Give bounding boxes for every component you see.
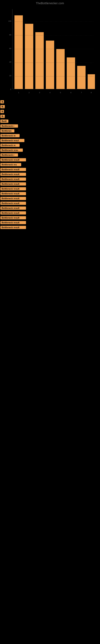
result-row: Bottleneck result: [0, 220, 100, 225]
result-row: Bottleneck r: [0, 124, 100, 128]
bottleneck-label: Bottleneck re: [0, 134, 20, 137]
result-row: Bottl: [0, 119, 100, 124]
bottleneck-label: Bottleneck resul: [0, 139, 24, 142]
svg-rect-5: [46, 41, 54, 89]
bottleneck-label: Bottleneck result: [0, 182, 26, 186]
svg-rect-9: [88, 74, 95, 89]
result-row: Bo: [0, 114, 100, 119]
svg-rect-7: [67, 57, 75, 89]
bottleneck-label: Bo: [0, 115, 5, 118]
svg-text:60: 60: [9, 47, 11, 50]
result-row: Bottleneck re: [0, 143, 100, 148]
bottleneck-label: Bottleneck result: [0, 178, 26, 181]
svg-text:20: 20: [9, 74, 11, 77]
svg-text:1: 1: [18, 91, 19, 94]
svg-rect-3: [25, 24, 33, 89]
bottleneck-label: Bottleneck result: [0, 168, 26, 171]
result-row: Bottleneck result: [0, 172, 100, 177]
bottleneck-label: Bo: [0, 105, 5, 108]
svg-text:7: 7: [81, 91, 82, 94]
svg-rect-6: [56, 49, 65, 89]
result-row: Bo: [0, 104, 100, 109]
result-row: Bottleneck result: [0, 201, 100, 206]
results-container: BBoBBoBottlBottleneck rBottlenecBottlene…: [0, 98, 100, 230]
result-row: B: [0, 100, 100, 104]
svg-text:8: 8: [91, 91, 92, 94]
result-row: Bottleneck r: [0, 152, 100, 158]
bottleneck-label: Bottl: [0, 120, 8, 123]
bottleneck-label: Bottleneck result: [0, 158, 26, 162]
result-row: Bottleneck result: [0, 196, 100, 201]
bottleneck-label: Bottleneck result: [0, 187, 26, 190]
svg-text:5: 5: [60, 91, 61, 94]
result-row: Bottleneck result: [0, 225, 100, 230]
svg-text:80: 80: [9, 34, 11, 36]
bottleneck-label: Bottleneck result: [0, 173, 26, 176]
result-row: Bottleneck result: [0, 182, 100, 186]
result-row: Bottlenec: [0, 128, 100, 133]
chart-area: 1 2 3 4 5 6 7 8 0 20 40 60 80 100: [0, 5, 100, 98]
bottleneck-label: Bottleneck result: [0, 206, 26, 210]
bottleneck-label: Bottleneck resu: [0, 148, 23, 152]
result-row: Bottleneck result: [0, 167, 100, 172]
bottleneck-label: Bottleneck result: [0, 226, 26, 229]
bottleneck-label: B: [0, 100, 4, 104]
bottleneck-label: Bottleneck re: [0, 144, 20, 147]
bottleneck-label: Bottleneck r: [0, 124, 18, 128]
bottleneck-label: Bottleneck res: [0, 163, 21, 166]
result-row: Bottleneck result: [0, 210, 100, 215]
bottleneck-label: Bottleneck result: [0, 202, 26, 205]
bottleneck-label: Bottleneck result: [0, 216, 26, 219]
bottleneck-label: B: [0, 110, 4, 113]
bottleneck-label: Bottlenec: [0, 129, 14, 132]
result-row: Bottleneck result: [0, 206, 100, 210]
bottleneck-label: Bottleneck result: [0, 197, 26, 200]
svg-text:6: 6: [70, 91, 71, 94]
bottleneck-label: Bottleneck result: [0, 211, 26, 214]
result-row: Bottleneck resu: [0, 148, 100, 152]
result-row: Bottleneck result: [0, 158, 100, 162]
result-row: Bottleneck result: [0, 177, 100, 182]
result-row: Bottleneck result: [0, 191, 100, 196]
result-row: Bottleneck result: [0, 186, 100, 191]
result-row: Bottleneck re: [0, 133, 100, 138]
svg-text:4: 4: [50, 91, 50, 94]
result-row: Bottleneck res: [0, 162, 100, 167]
svg-text:2: 2: [29, 91, 30, 94]
result-row: B: [0, 109, 100, 114]
bottleneck-label: Bottleneck result: [0, 192, 26, 195]
bottleneck-label: Bottleneck r: [0, 153, 18, 156]
result-row: Bottleneck result: [0, 215, 100, 220]
svg-rect-2: [14, 15, 23, 89]
site-title: TheBottlenecker.com: [0, 0, 100, 5]
svg-rect-4: [35, 32, 44, 89]
svg-text:100: 100: [8, 20, 11, 22]
svg-text:0: 0: [10, 88, 11, 90]
bottleneck-label: Bottleneck result: [0, 221, 26, 224]
svg-rect-8: [77, 66, 86, 89]
svg-text:3: 3: [39, 91, 40, 94]
result-row: Bottleneck resul: [0, 138, 100, 143]
svg-text:40: 40: [9, 61, 11, 63]
